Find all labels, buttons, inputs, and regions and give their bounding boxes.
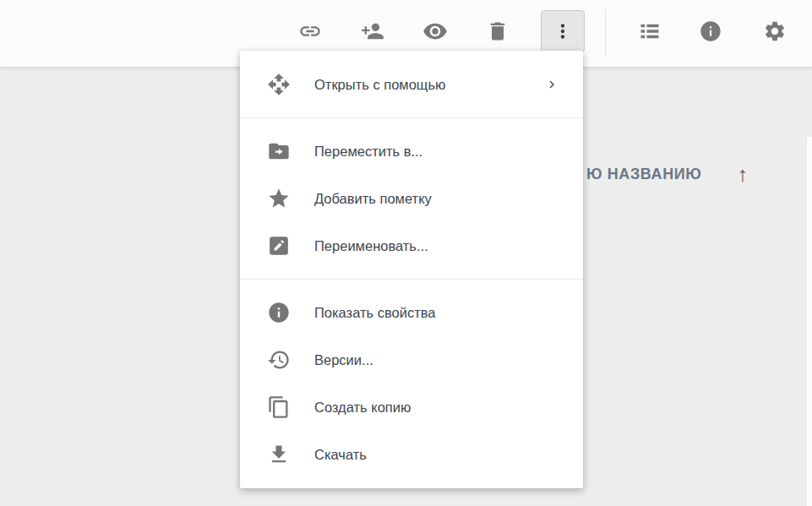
menu-item-versions[interactable]: Версии... xyxy=(240,336,583,384)
share-button[interactable] xyxy=(352,11,393,52)
menu-item-move-to[interactable]: Переместить в... xyxy=(240,128,583,175)
menu-item-add-star[interactable]: Добавить пометку xyxy=(240,175,583,222)
eye-icon xyxy=(422,19,448,44)
sort-by-name-label[interactable]: Ю НАЗВАНИЮ xyxy=(586,166,701,183)
menu-item-label: Показать свойства xyxy=(314,305,436,321)
menu-divider xyxy=(240,279,583,280)
preview-button[interactable] xyxy=(415,11,455,52)
trash-icon xyxy=(486,19,510,43)
chevron-right-icon xyxy=(544,77,559,92)
context-menu: Открыть с помощью Переместить в... Добав… xyxy=(240,51,583,488)
more-actions-button[interactable] xyxy=(541,10,585,52)
menu-item-make-copy[interactable]: Создать копию xyxy=(240,384,583,431)
menu-item-label: Скачать xyxy=(314,447,367,463)
menu-item-label: Переименовать... xyxy=(314,238,428,254)
download-icon xyxy=(267,443,291,466)
menu-item-label: Открыть с помощью xyxy=(314,77,445,93)
settings-button[interactable] xyxy=(755,11,795,52)
sort-header[interactable]: Ю НАЗВАНИЮ ↑ xyxy=(586,164,748,185)
copy-icon xyxy=(267,395,291,419)
view-details-button[interactable] xyxy=(690,11,731,52)
info-icon xyxy=(699,19,722,43)
menu-item-rename[interactable]: Переименовать... xyxy=(240,222,583,269)
move-to-folder-icon xyxy=(267,139,291,163)
open-with-icon xyxy=(267,73,291,96)
delete-button[interactable] xyxy=(477,11,518,52)
list-view-icon xyxy=(638,19,662,43)
more-vert-icon xyxy=(552,20,574,42)
menu-divider xyxy=(240,117,583,118)
info-icon xyxy=(267,301,291,324)
list-view-button[interactable] xyxy=(629,11,670,52)
gear-icon xyxy=(763,19,787,43)
rename-icon xyxy=(267,234,291,258)
star-icon xyxy=(267,187,291,210)
menu-item-show-properties[interactable]: Показать свойства xyxy=(240,289,583,336)
get-link-button[interactable] xyxy=(290,11,330,52)
history-icon xyxy=(267,348,291,372)
menu-item-open-with[interactable]: Открыть с помощью xyxy=(240,61,583,108)
menu-item-label: Создать копию xyxy=(314,400,411,416)
arrow-up-icon[interactable]: ↑ xyxy=(737,164,748,185)
link-icon xyxy=(298,19,322,43)
person-add-icon xyxy=(361,19,384,43)
menu-item-label: Версии... xyxy=(314,352,373,368)
toolbar-divider xyxy=(605,9,606,58)
menu-item-label: Добавить пометку xyxy=(314,191,432,207)
menu-item-label: Переместить в... xyxy=(314,144,422,160)
menu-item-download[interactable]: Скачать xyxy=(240,431,583,478)
scrollbar-track[interactable] xyxy=(806,137,812,506)
